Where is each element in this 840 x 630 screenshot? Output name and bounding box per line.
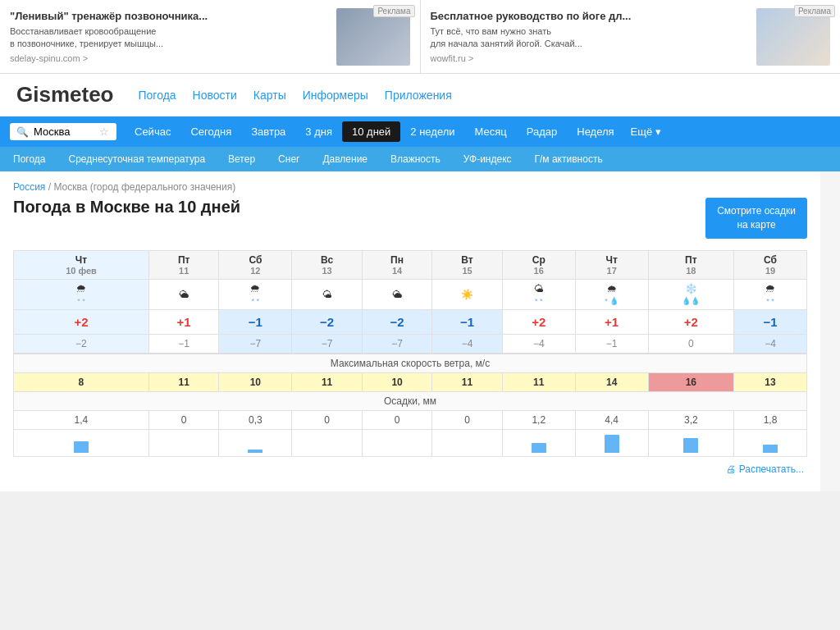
tab-nedelya[interactable]: Неделя [567, 121, 623, 142]
favorite-icon[interactable]: ☆ [99, 126, 109, 138]
day-header-2: Сб 12 [219, 250, 292, 279]
temp-high-3: −2 [292, 309, 362, 334]
temp-low-8: 0 [648, 334, 733, 354]
main-nav: Погода Новости Карты Информеры Приложени… [139, 89, 452, 102]
temp-low-2: −7 [219, 334, 292, 354]
subnav-davlenie[interactable]: Давление [319, 152, 371, 167]
nav-item-informery[interactable]: Информеры [303, 89, 368, 102]
map-button[interactable]: Смотрите осадкина карте [705, 198, 807, 239]
ad-item-1[interactable]: "Ленивый" тренажёр позвоночника... Восст… [0, 0, 421, 73]
icon-8: ❄️💧💧 [648, 279, 733, 309]
wind-6: 11 [502, 372, 575, 391]
precip-value-row: 1,4 0 0,3 0 0 0 1,2 4,4 3,2 1,8 [14, 410, 807, 429]
wind-5: 11 [432, 372, 502, 391]
tab-zavtra[interactable]: Завтра [241, 121, 295, 142]
temp-high-9: −1 [734, 309, 807, 334]
icon-4: 🌥 [362, 279, 431, 309]
temp-low-6: −4 [502, 334, 575, 354]
tab-seychas[interactable]: Сейчас [125, 121, 180, 142]
tab-3dnya[interactable]: 3 дня [295, 121, 342, 142]
ad-title-1: "Ленивый" тренажёр позвоночника... [10, 10, 330, 22]
logo-gis: Gis [16, 82, 51, 107]
print-link[interactable]: 🖨 Распечатать... [726, 463, 804, 475]
breadcrumb-moscow: Москва (город федерального значения) [53, 181, 235, 193]
precip-section-label: Осадки, мм [14, 391, 807, 410]
temp-low-7: −1 [575, 334, 648, 354]
precip-bar-2 [219, 429, 292, 456]
subnav-temp[interactable]: Среднесуточная температура [66, 152, 209, 167]
temp-high-5: −1 [432, 309, 502, 334]
wind-7: 14 [575, 372, 648, 391]
ad-badge-1: Реклама [373, 5, 414, 17]
precip-val-7: 4,4 [575, 410, 648, 429]
icon-7: 🌧* 💧 [575, 279, 648, 309]
precip-bar-9 [734, 429, 807, 456]
icon-row: 🌨* * 🌥 🌨* * 🌤 🌥 ☀️ 🌤* * 🌧* 💧 ❄️💧💧 🌨* * [14, 279, 807, 309]
precip-val-8: 3,2 [648, 410, 733, 429]
wind-3: 11 [292, 372, 362, 391]
precip-val-1: 0 [148, 410, 218, 429]
search-input-wrap: 🔍 ☆ [10, 123, 116, 140]
tab-segodnya[interactable]: Сегодня [180, 121, 241, 142]
tab-10dney[interactable]: 10 дней [342, 121, 400, 142]
day-header-5: Вт 15 [432, 250, 502, 279]
precip-bar-3 [292, 429, 362, 456]
precip-val-9: 1,8 [734, 410, 807, 429]
nav-item-prilozhenia[interactable]: Приложения [385, 89, 452, 102]
ad-url-1: sdelay-spinu.com > [10, 53, 330, 63]
subnav-uf[interactable]: УФ-индекс [460, 152, 515, 167]
precip-val-6: 1,2 [502, 410, 575, 429]
day-header-row: Чт 10 фев Пт 11 Сб 12 Вс 13 [14, 250, 807, 279]
day-header-6: Ср 16 [502, 250, 575, 279]
wind-9: 13 [734, 372, 807, 391]
wind-2: 10 [219, 372, 292, 391]
precip-label-row: Осадки, мм [14, 391, 807, 410]
main-content: Россия / Москва (город федерального знач… [0, 171, 840, 491]
ad-item-2[interactable]: Бесплатное руководство по йоге дл... Тут… [421, 0, 841, 73]
wind-section-label: Максимальная скорость ветра, м/с [14, 354, 807, 373]
nav-item-karty[interactable]: Карты [253, 89, 286, 102]
weather-table: Чт 10 фев Пт 11 Сб 12 Вс 13 [13, 250, 807, 457]
day-header-9: Сб 19 [734, 250, 807, 279]
search-icon: 🔍 [16, 126, 29, 138]
day-header-3: Вс 13 [292, 250, 362, 279]
temp-high-8: +2 [648, 309, 733, 334]
icon-5: ☀️ [432, 279, 502, 309]
temp-high-row: +2 +1 −1 −2 −2 −1 +2 +1 +2 −1 [14, 309, 807, 334]
subnav-pogoda[interactable]: Погода [10, 152, 49, 167]
precip-bar-4 [362, 429, 431, 456]
subnav-sneg[interactable]: Снег [275, 152, 303, 167]
ad-desc-2: Тут всё, что вам нужно знатьдля начала з… [431, 25, 751, 51]
sub-nav: Погода Среднесуточная температура Ветер … [0, 147, 840, 171]
tab-2nedeli[interactable]: 2 недели [400, 121, 464, 142]
breadcrumb-russia[interactable]: Россия [13, 181, 45, 193]
temp-low-1: −1 [148, 334, 218, 354]
wind-4: 10 [362, 372, 431, 391]
wind-0: 8 [14, 372, 149, 391]
icon-3: 🌤 [292, 279, 362, 309]
search-input[interactable] [34, 126, 91, 138]
page-title-row: Погода в Москве на 10 дней Смотрите осад… [13, 198, 807, 239]
nav-item-pogoda[interactable]: Погода [139, 89, 176, 102]
ad-banner: "Ленивый" тренажёр позвоночника... Восст… [0, 0, 840, 74]
print-row: 🖨 Распечатать... [13, 457, 807, 478]
temp-low-5: −4 [432, 334, 502, 354]
breadcrumb: Россия / Москва (город федерального знач… [13, 181, 807, 193]
day-header-7: Чт 17 [575, 250, 648, 279]
temp-high-4: −2 [362, 309, 431, 334]
logo[interactable]: Gismeteo [16, 82, 114, 107]
tab-more[interactable]: Ещё ▾ [624, 121, 668, 142]
tab-radar[interactable]: Радар [517, 121, 568, 142]
tab-mesyac[interactable]: Месяц [465, 121, 517, 142]
wind-1: 11 [148, 372, 218, 391]
temp-high-1: +1 [148, 309, 218, 334]
wind-row: 8 11 10 11 10 11 11 14 16 13 [14, 372, 807, 391]
icon-1: 🌥 [148, 279, 218, 309]
day-header-4: Пн 14 [362, 250, 431, 279]
subnav-veter[interactable]: Ветер [225, 152, 258, 167]
subnav-gm[interactable]: Г/м активность [532, 152, 606, 167]
nav-item-novosti[interactable]: Новости [193, 89, 237, 102]
subnav-vlazhnost[interactable]: Влажность [387, 152, 444, 167]
temp-high-0: +2 [14, 309, 149, 334]
precip-bar-6 [502, 429, 575, 456]
